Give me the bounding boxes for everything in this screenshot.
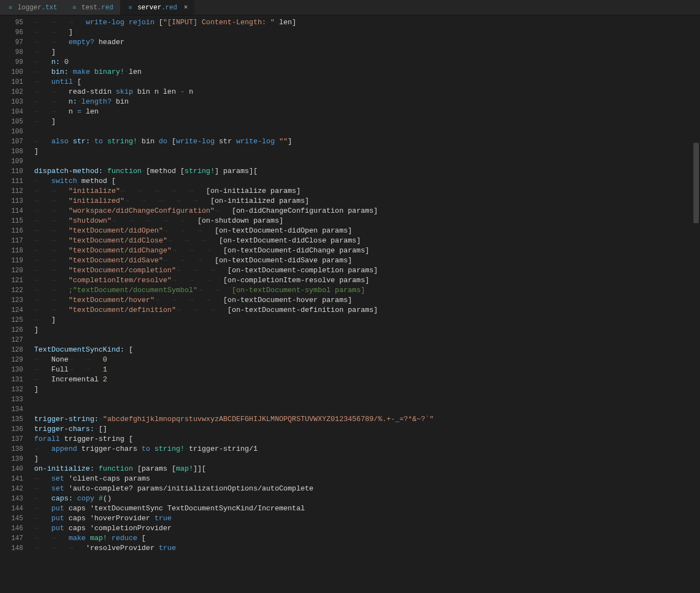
code-line[interactable]: → switch method [: [30, 176, 700, 186]
code-line[interactable]: trigger-string:·"abcdefghijklmnopqrstuvw…: [30, 414, 700, 424]
line-number: 104: [0, 107, 23, 117]
code-line[interactable]: → → "textDocument/didChange"→ → → [on-te…: [30, 246, 700, 256]
code-line[interactable]: → → n:·length? bin: [30, 97, 700, 107]
line-number: 120: [0, 266, 23, 276]
code-line[interactable]: → → "initialize"→ → → → → [on-initialize…: [30, 186, 700, 196]
line-number: 137: [0, 434, 23, 444]
line-number: 138: [0, 444, 23, 454]
line-number: 116: [0, 226, 23, 236]
line-number: 136: [0, 424, 23, 434]
code-line[interactable]: trigger-chars:·[]: [30, 424, 700, 434]
code-line[interactable]: → → make map!·reduce [: [30, 533, 700, 543]
code-line[interactable]: [30, 157, 700, 166]
line-number: 100: [0, 67, 23, 77]
tab-test[interactable]: ≡ test.red: [64, 0, 120, 15]
code-line[interactable]: → until·[: [30, 77, 700, 87]
code-line[interactable]: → bin:·make binary!·len: [30, 67, 700, 77]
code-line[interactable]: → n:·0: [30, 57, 700, 67]
code-line[interactable]: → → "shutdown"→ → → → → [on-shutdown par…: [30, 216, 700, 226]
line-number: 96: [0, 28, 23, 37]
code-line[interactable]: → → "textDocument/definition"→ → → [on-t…: [30, 305, 700, 315]
code-line[interactable]: → set 'client-caps params: [30, 474, 700, 484]
line-number: 145: [0, 514, 23, 524]
file-icon: ≡: [70, 4, 78, 12]
line-number: 105: [0, 117, 23, 127]
line-number: 135: [0, 414, 23, 424]
close-icon[interactable]: ×: [184, 4, 188, 12]
vertical-scrollbar[interactable]: [692, 15, 700, 593]
line-number: 130: [0, 365, 23, 375]
code-line[interactable]: [30, 335, 700, 345]
code-line[interactable]: dispatch-method:·function·[method [strin…: [30, 166, 700, 176]
code-line[interactable]: → put caps 'textDocumentSync TextDocumen…: [30, 504, 700, 514]
code-line[interactable]: [30, 395, 700, 405]
code-line[interactable]: TextDocumentSyncKind:·[: [30, 345, 700, 355]
line-number: 114: [0, 206, 23, 216]
code-line[interactable]: → → "textDocument/didSave"→ → → [on-text…: [30, 256, 700, 266]
code-line[interactable]: → Incremental 2: [30, 375, 700, 385]
line-number: 108: [0, 147, 23, 157]
code-line[interactable]: ]: [30, 454, 700, 464]
code-line[interactable]: → set 'auto-complete? params/initializat…: [30, 484, 700, 494]
code-line[interactable]: → ]: [30, 117, 700, 127]
tab-bar: ≡ logger.txt ≡ test.red ≡ server.red ×: [0, 0, 700, 15]
line-number: 126: [0, 325, 23, 335]
code-line[interactable]: → → "workspace/didChangeConfiguration"→ …: [30, 206, 700, 216]
tab-label: test.red: [82, 4, 113, 12]
tab-server[interactable]: ≡ server.red ×: [120, 0, 194, 15]
line-number: 143: [0, 494, 23, 504]
code-line[interactable]: ]: [30, 147, 700, 157]
code-line[interactable]: → → "textDocument/hover"→ → → → [on-text…: [30, 295, 700, 305]
code-line[interactable]: → → "textDocument/completion"→ → → [on-t…: [30, 266, 700, 276]
code-line[interactable]: → → → write-log rejoin ["[INPUT] Content…: [30, 18, 700, 28]
line-number: 110: [0, 166, 23, 176]
code-line[interactable]: → → n = len: [30, 107, 700, 117]
code-line[interactable]: ]: [30, 385, 700, 395]
code-line[interactable]: → ]: [30, 47, 700, 57]
code-line[interactable]: → Full→ → 1: [30, 365, 700, 375]
code-line[interactable]: → put caps 'hoverProvider true: [30, 514, 700, 524]
line-number: 115: [0, 216, 23, 226]
code-line[interactable]: → → "completionItem/resolve"→ → → [on-co…: [30, 276, 700, 285]
code-line[interactable]: → put caps 'completionProvider: [30, 524, 700, 533]
line-number: 103: [0, 97, 23, 107]
line-number: 121: [0, 276, 23, 285]
code-line[interactable]: → → ;"textDocument/documentSymbol"→ → [o…: [30, 285, 700, 295]
code-line[interactable]: → → "textDocument/didClose"→ → → [on-tex…: [30, 236, 700, 246]
code-line[interactable]: → caps:·copy #(): [30, 494, 700, 504]
line-number: 98: [0, 47, 23, 57]
line-number: 134: [0, 405, 23, 414]
code-line[interactable]: ]: [30, 325, 700, 335]
code-line[interactable]: → → → 'resolveProvider true: [30, 543, 700, 553]
line-number: 101: [0, 77, 23, 87]
code-line[interactable]: on-initialize:·function·[params [map!]][: [30, 464, 700, 474]
file-icon: ≡: [7, 4, 14, 12]
line-number: 106: [0, 127, 23, 137]
scrollbar-thumb[interactable]: [693, 143, 699, 224]
code-area[interactable]: → → → write-log rejoin ["[INPUT] Content…: [30, 15, 700, 593]
line-number: 117: [0, 236, 23, 246]
line-number: 141: [0, 474, 23, 484]
line-number: 95: [0, 18, 23, 28]
line-number: 131: [0, 375, 23, 385]
code-line[interactable]: → → "textDocument/didOpen"→ → → [on-text…: [30, 226, 700, 236]
line-number: 128: [0, 345, 23, 355]
code-line[interactable]: → None→ → 0: [30, 355, 700, 365]
code-line[interactable]: → ]: [30, 315, 700, 325]
code-line[interactable]: → → empty? header: [30, 37, 700, 47]
line-number: 118: [0, 246, 23, 256]
tab-logger[interactable]: ≡ logger.txt: [0, 0, 64, 15]
code-line[interactable]: [30, 127, 700, 137]
code-line[interactable]: → → read-stdin skip bin n len - n: [30, 87, 700, 97]
line-number: 147: [0, 533, 23, 543]
code-line[interactable]: → → "initialized"→ → → → → [on-initializ…: [30, 196, 700, 206]
file-icon: ≡: [127, 4, 134, 12]
code-line[interactable]: forall trigger-string [: [30, 434, 700, 444]
code-line[interactable]: → → ]: [30, 28, 700, 37]
line-number: 122: [0, 285, 23, 295]
code-line[interactable]: → also str:·to string!·bin do [write-log…: [30, 137, 700, 147]
editor: 9596979899100101102103104105106107108109…: [0, 15, 700, 593]
code-line[interactable]: [30, 405, 700, 414]
line-number: 125: [0, 315, 23, 325]
code-line[interactable]: → append trigger-chars to string!·trigge…: [30, 444, 700, 454]
